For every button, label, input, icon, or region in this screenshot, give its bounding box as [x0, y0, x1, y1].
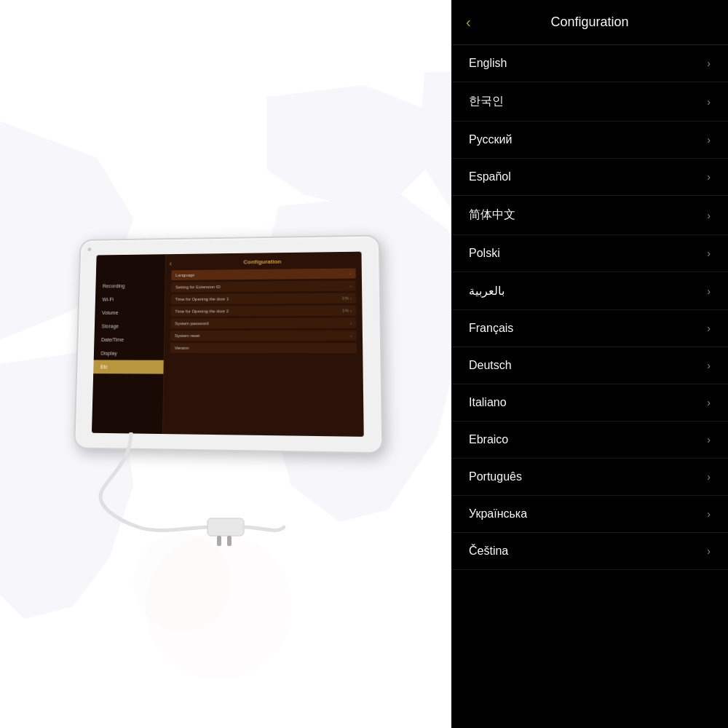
language-arrow-8: ›: [707, 360, 711, 371]
ts-menu-language-label: Language: [175, 272, 194, 277]
language-item-12[interactable]: Українська›: [451, 496, 728, 533]
ts-menu-extension-arrow: ›: [350, 283, 352, 288]
language-item-8[interactable]: Deutsch›: [451, 347, 728, 384]
ts-menu-language[interactable]: Language ›: [171, 268, 355, 280]
tablet-device: ‹ Recording Wi-Fi Volume Storage Date/Ti…: [74, 234, 383, 454]
sidebar-item-wifi[interactable]: Wi-Fi: [95, 291, 165, 305]
ts-menu-door1-arrow: ›: [350, 295, 352, 299]
language-item-2[interactable]: Русский›: [451, 122, 728, 159]
language-item-6[interactable]: بالعربية›: [451, 272, 728, 310]
sidebar-item-display[interactable]: Display: [94, 346, 164, 360]
sidebar-item-recording[interactable]: Recording: [95, 278, 165, 292]
language-item-3[interactable]: Español›: [451, 159, 728, 196]
language-item-9[interactable]: Italiano›: [451, 384, 728, 422]
ts-menu-door1[interactable]: Time for Opening the door 1 1% ›: [171, 292, 356, 304]
config-panel-title: Configuration: [550, 15, 628, 30]
sidebar-item-datetime[interactable]: Date/Time: [94, 332, 164, 346]
language-label-4: 简体中文: [469, 207, 515, 223]
tablet-body: ‹ Recording Wi-Fi Volume Storage Date/Ti…: [74, 234, 383, 454]
language-arrow-13: ›: [707, 545, 711, 557]
language-label-5: Polski: [469, 247, 500, 260]
language-arrow-6: ›: [707, 285, 711, 297]
ts-menu-door2-label: Time for Opening the door 2: [175, 308, 229, 312]
language-label-0: English: [469, 57, 507, 70]
language-label-12: Українська: [469, 507, 527, 521]
ts-menu-door1-label: Time for Opening the door 1: [175, 296, 229, 301]
svg-rect-3: [217, 536, 221, 546]
tablet-sidebar: Recording Wi-Fi Volume Storage Date/Time…: [92, 253, 166, 433]
cable-plug-area: [95, 432, 371, 566]
language-item-0[interactable]: English›: [451, 45, 728, 82]
tablet-camera: [88, 248, 92, 251]
language-label-8: Deutsch: [469, 359, 512, 372]
ts-menu-reset-arrow: ›: [350, 333, 352, 337]
language-item-1[interactable]: 한국인›: [451, 82, 728, 122]
language-arrow-11: ›: [707, 471, 711, 483]
ts-menu-version-label: Version: [175, 345, 189, 349]
svg-rect-4: [227, 536, 232, 546]
language-arrow-4: ›: [707, 210, 711, 221]
language-label-10: Ebraico: [469, 433, 508, 446]
language-item-4[interactable]: 简体中文›: [451, 196, 728, 235]
tablet-screen-title: Configuration: [172, 257, 356, 266]
language-label-6: بالعربية: [469, 284, 505, 298]
ts-menu-door2-value: 1%: [342, 308, 349, 312]
language-label-13: Čeština: [469, 545, 508, 558]
ts-menu-extension-label: Setting for Extension ID: [175, 284, 221, 288]
ts-menu-password[interactable]: System password ›: [170, 317, 356, 328]
svg-rect-2: [207, 518, 244, 536]
language-item-11[interactable]: Português›: [451, 459, 728, 496]
ts-menu-reset[interactable]: System reset ›: [170, 330, 357, 340]
tablet-screen: ‹ Recording Wi-Fi Volume Storage Date/Ti…: [92, 251, 364, 436]
language-list: English›한국인›Русский›Español›简体中文›Polski›…: [451, 45, 728, 726]
language-label-9: Italiano: [469, 396, 507, 409]
language-label-3: Español: [469, 170, 511, 183]
language-arrow-7: ›: [707, 323, 711, 334]
ts-menu-door2[interactable]: Time for Opening the door 2 1% ›: [171, 304, 357, 315]
language-label-1: 한국인: [469, 94, 504, 109]
ts-menu-password-label: System password: [175, 320, 209, 325]
ts-menu-door2-arrow: ›: [350, 308, 352, 312]
config-panel: ‹ Configuration English›한국인›Русский›Espa…: [451, 0, 728, 728]
language-arrow-5: ›: [707, 248, 711, 259]
language-arrow-10: ›: [707, 434, 711, 446]
language-item-5[interactable]: Polski›: [451, 235, 728, 272]
ts-menu-language-arrow: ›: [349, 271, 351, 275]
language-label-2: Русский: [469, 133, 512, 146]
language-arrow-3: ›: [707, 171, 711, 183]
language-item-7[interactable]: Français›: [451, 310, 728, 347]
language-label-7: Français: [469, 322, 513, 335]
ts-menu-reset-label: System reset: [175, 333, 200, 337]
language-arrow-1: ›: [707, 96, 711, 108]
language-arrow-12: ›: [707, 508, 711, 520]
device-area: ‹ Recording Wi-Fi Volume Storage Date/Ti…: [0, 0, 451, 728]
sidebar-item-storage[interactable]: Storage: [95, 319, 165, 333]
config-header: ‹ Configuration: [451, 0, 728, 45]
sidebar-item-volume[interactable]: Volume: [95, 305, 165, 319]
config-back-button[interactable]: ‹: [466, 14, 471, 31]
language-arrow-2: ›: [707, 134, 711, 146]
tablet-main-content: Configuration Language › Setting for Ext…: [163, 251, 364, 436]
language-item-13[interactable]: Čeština›: [451, 533, 728, 570]
ts-menu-version[interactable]: Version: [170, 342, 357, 352]
cable-svg: [95, 432, 371, 563]
ts-menu-door1-value: 1%: [342, 296, 349, 300]
sidebar-item-etc[interactable]: Etc: [93, 359, 164, 373]
ts-menu-extension[interactable]: Setting for Extension ID ›: [171, 280, 356, 291]
language-arrow-9: ›: [707, 397, 711, 408]
screen-back-arrow[interactable]: ‹: [170, 259, 172, 267]
language-label-11: Português: [469, 470, 522, 483]
language-item-10[interactable]: Ebraico›: [451, 422, 728, 459]
language-arrow-0: ›: [707, 58, 711, 69]
ts-menu-password-arrow: ›: [350, 320, 352, 325]
